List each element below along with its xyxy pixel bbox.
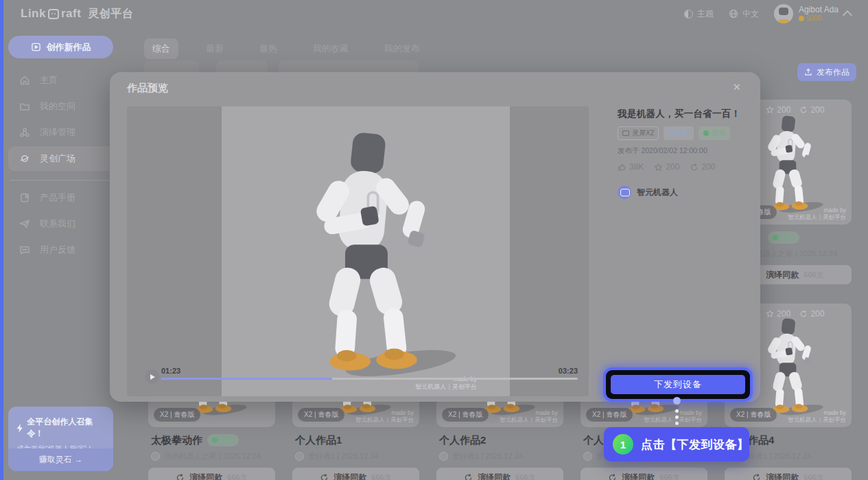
user-menu[interactable]: Agibot Ada 5000	[774, 4, 851, 23]
model-tag: X2 | 青春版	[298, 408, 344, 422]
star-icon	[766, 106, 774, 114]
sidebar-item-label: 用户反馈	[40, 244, 75, 256]
author-avatar	[439, 452, 448, 461]
modal-title: 作品预览	[127, 82, 168, 95]
play-button[interactable]	[145, 369, 159, 384]
redo-icon	[608, 473, 617, 480]
create-video-icon	[31, 42, 41, 52]
sidebar-item-product-manual[interactable]: 产品手册	[8, 185, 115, 210]
tab-newest[interactable]: 最新	[198, 38, 232, 59]
chat-bubble-icon	[19, 244, 30, 255]
guide-dot	[675, 422, 679, 425]
video-frame: made by智元机器人｜灵创平台	[222, 106, 510, 396]
tab-my-published[interactable]: 我的发布	[376, 38, 428, 59]
logo-robot-icon	[48, 9, 59, 19]
top-header: Link raft 灵创平台 主题 中文 Agibot Ada 5000	[0, 0, 868, 27]
deploy-to-device-button[interactable]: 下发到设备	[611, 375, 745, 394]
theme-icon	[684, 10, 693, 19]
close-icon[interactable]: ✕	[732, 81, 741, 93]
guide-edge-stripe	[0, 0, 3, 480]
card-title: 个人作品1	[295, 434, 342, 447]
official-badge: 官方	[768, 231, 799, 244]
card-title-row: 个人作品2	[436, 434, 563, 446]
app-logo[interactable]: Link raft 灵创平台	[21, 7, 133, 21]
publish-date: 发布于 2020/02/02 12:00:00	[618, 146, 748, 156]
robot-figure-large	[277, 124, 456, 385]
share-icon	[690, 163, 699, 172]
theme-label: 主题	[697, 8, 714, 20]
perform-same-button[interactable]: 演绎同款666次	[148, 468, 275, 480]
model-tag: X2 | 青春版	[730, 408, 777, 422]
author-name: 智元机器人	[637, 187, 678, 198]
total-time: 03:23	[559, 367, 578, 375]
logo-text-right: raft	[61, 7, 81, 21]
book-icon	[19, 192, 30, 203]
star-icon	[766, 310, 774, 318]
work-info-panel: 我是机器人，买一台省一百！ 灵犀X2 青春版 官方 发布于 2020/02/02…	[618, 108, 748, 199]
sidebar-item-label: 我的空间	[40, 100, 75, 113]
likes-count[interactable]: 38K	[618, 162, 644, 172]
perform-same-button[interactable]: 演绎同款666次	[292, 468, 419, 480]
sidebar-item-home[interactable]: 主页	[8, 68, 115, 93]
user-avatar	[774, 4, 793, 23]
shares-count[interactable]: 200	[690, 162, 715, 172]
guide-tooltip: 1 点击【下发到设备】	[604, 427, 749, 461]
tab-hottest[interactable]: 最热	[251, 38, 285, 59]
official-check-icon	[212, 437, 218, 443]
perform-same-button[interactable]: 演绎同款666次	[725, 468, 852, 480]
stars-count[interactable]: 200	[654, 162, 679, 172]
author-avatar	[151, 452, 160, 461]
work-tags: 灵犀X2 青春版 官方	[618, 126, 748, 140]
guide-dot	[675, 409, 679, 413]
star-icon	[654, 163, 663, 172]
redo-icon	[176, 473, 185, 480]
deploy-button-ring: 下发到设备	[606, 370, 750, 399]
sidebar-item-contact-us[interactable]: 联系我们	[8, 212, 115, 236]
current-time: 01:23	[161, 367, 180, 375]
create-new-work-button[interactable]: 创作新作品	[8, 36, 113, 58]
card-title-row: 个人作品1	[292, 434, 419, 446]
model-tag: X2 | 青春版	[586, 408, 633, 422]
sidebar-item-label: 主页	[40, 74, 58, 87]
sidebar-item-user-feedback[interactable]: 用户反馈	[8, 238, 115, 262]
guide-tooltip-text: 点击【下发到设备】	[641, 437, 749, 453]
play-icon	[150, 374, 155, 380]
work-title: 我是机器人，买一台省一百！	[618, 108, 748, 120]
creator-recruitment-banner: 全平台创作人召集令！ 成为首批“机器人导演”！ 赚取灵石 →	[8, 407, 113, 471]
robot-figure	[752, 315, 823, 419]
author-avatar	[583, 452, 592, 461]
tab-comprehensive[interactable]: 综合	[144, 38, 178, 59]
progress-bar[interactable]	[161, 378, 578, 380]
redo-icon	[464, 473, 473, 480]
user-coins: 5000	[799, 14, 838, 22]
author-avatar	[295, 452, 304, 461]
sidebar-item-performance-mgmt[interactable]: 演绎管理	[8, 120, 115, 145]
edition-tag: 青春版	[664, 126, 694, 140]
guide-connector-dot	[673, 397, 681, 404]
sidebar-item-my-space[interactable]: 我的空间	[8, 94, 115, 119]
chevron-up-icon[interactable]	[843, 10, 852, 20]
sidebar-item-label: 产品手册	[40, 192, 75, 204]
publish-work-button[interactable]: 发布作品	[797, 63, 856, 81]
model-tag: X2 | 青春版	[442, 408, 489, 422]
official-check-icon	[703, 130, 709, 136]
redo-icon	[752, 473, 761, 480]
card-author: 爱好者1 | 2025.12.24	[436, 451, 563, 461]
planet-icon	[19, 153, 30, 164]
language-switcher[interactable]: 中文	[729, 8, 759, 20]
perform-same-button[interactable]: 演绎同款666次	[436, 468, 563, 480]
folder-icon	[19, 101, 30, 112]
earn-gems-button[interactable]: 赚取灵石 →	[8, 448, 113, 471]
language-label: 中文	[742, 8, 759, 20]
globe-icon	[729, 9, 738, 19]
watermark: made by智元机器人｜灵创平台	[644, 409, 702, 423]
work-author[interactable]: 智元机器人	[618, 185, 748, 199]
logo-text-left: Link	[21, 7, 46, 21]
theme-toggle[interactable]: 主题	[684, 8, 714, 20]
sidebar-item-lingchuang-plaza[interactable]: 灵创广场	[8, 146, 115, 171]
official-tag: 官方	[699, 126, 730, 140]
tab-my-favorites[interactable]: 我的收藏	[305, 38, 357, 59]
video-player[interactable]: made by智元机器人｜灵创平台 01:23 03:23	[127, 106, 589, 396]
perform-same-button[interactable]: 演绎同款666次	[580, 468, 707, 480]
logo-cn-text: 灵创平台	[88, 7, 133, 21]
